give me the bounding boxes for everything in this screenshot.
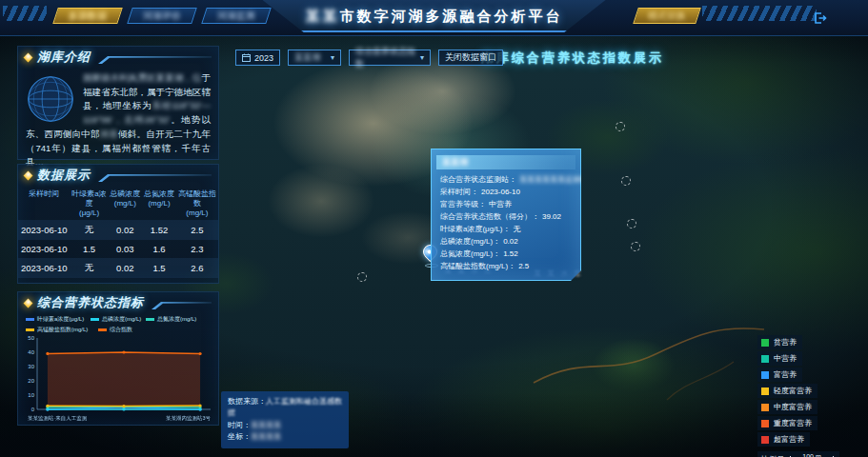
map-dotted-marker[interactable] <box>621 176 631 186</box>
legend-swatch <box>761 387 769 395</box>
header-bar: 某某市数字河湖多源融合分析平台 多源数据河湖评价河湖监测 模式切换 <box>0 0 868 36</box>
legend-item: 贫营养 <box>757 335 802 349</box>
popup-row: 高锰酸盐指数(mg/L)：2.5 <box>432 260 580 272</box>
svg-text:总磷浓度(mg/L): 总磷浓度(mg/L) <box>101 315 141 323</box>
legend-swatch <box>761 339 769 347</box>
map-scale: 比例尺 100 m <box>757 451 839 457</box>
page-title-prefix: 某某 <box>306 8 340 24</box>
table-header: 总磷浓度 (mg/L) <box>108 188 142 220</box>
intro-segment: 国家级水利风景区某某湖，位 <box>83 72 202 83</box>
legend-item: 富营养 <box>757 368 802 382</box>
panel-data-display: 数据展示 采样时间叶绿素a浓度 (μg/L)总磷浓度 (mg/L)总氮浓度 (m… <box>17 164 219 284</box>
close-data-window-button[interactable]: 关闭数据窗口 <box>438 50 503 66</box>
station-info-popup: 某某湖 综合营养状态监测站：某某某某某某监测站采样时间：2023-06-10富营… <box>431 149 581 281</box>
panel-trophic-index-chart: 综合营养状态指标 叶绿素a浓度(μg/L)总磷浓度(mg/L)总氮浓度(mg/L… <box>17 291 219 426</box>
calendar-icon <box>242 53 251 62</box>
map-dotted-marker[interactable] <box>616 122 625 131</box>
header-decor-left <box>3 6 47 21</box>
popup-row: 综合营养状态指数（得分）：39.02 <box>432 210 580 223</box>
legend-item: 中度富营养 <box>757 400 818 414</box>
nav-tabs: 多源数据河湖评价河湖监测 <box>55 8 269 24</box>
legend-swatch <box>761 404 769 411</box>
globe-icon <box>26 74 75 124</box>
year-picker[interactable]: 2023 <box>235 50 280 66</box>
popup-row: 采样时间：2023-06-10 <box>432 186 580 198</box>
svg-text:某某湖内监测站3号: 某某湖内监测站3号 <box>166 415 212 422</box>
map-dotted-marker[interactable] <box>357 272 367 282</box>
indicator-select[interactable]: 综合营养状态指数 ▾ <box>349 50 431 66</box>
table-header: 高锰酸盐指数 (mg/L) <box>176 188 218 220</box>
legend-item: 中营养 <box>757 351 802 366</box>
intro-segment: 河谷 <box>100 129 118 139</box>
header-decor-right <box>702 6 817 21</box>
popup-row: 综合营养状态监测站：某某某某某某监测站 <box>432 173 580 186</box>
title-rule <box>98 174 212 182</box>
legend-swatch <box>761 355 769 363</box>
gem-icon <box>24 52 33 62</box>
svg-text:高锰酸盐指数(mg/L): 高锰酸盐指数(mg/L) <box>37 326 88 333</box>
popup-row: 富营养等级：中营养 <box>432 198 580 210</box>
legend-swatch <box>761 371 769 379</box>
panel-title: 数据展示 <box>37 167 91 184</box>
data-source-box: 数据来源：人工监测和融合遥感数据 时间：某某某某 坐标：某某某某 <box>221 391 349 448</box>
dashboard: 某某市数字河湖多源融合分析平台 多源数据河湖评价河湖监测 模式切换 2023 某… <box>0 0 868 457</box>
legend-item: 轻度富营养 <box>757 384 818 398</box>
nav-tab-3[interactable]: 河湖监测 <box>201 8 272 24</box>
table-row: 2023-06-10无0.021.522.5 <box>18 220 218 240</box>
svg-text:叶绿素a浓度(μg/L): 叶绿素a浓度(μg/L) <box>37 315 84 323</box>
trophic-state-legend: 贫营养中营养富营养轻度富营养中度富营养重度富营养超富营养 比例尺 100 m <box>757 335 839 457</box>
lake-intro-text: 国家级水利风景区某某湖，位于福建省东北部，属于宁德地区辖县，地理坐标为东经118… <box>18 68 218 169</box>
table-header: 采样时间 <box>18 188 71 220</box>
map-overlay-title: 湖库综合营养状态指数展示 <box>481 50 664 67</box>
chevron-down-icon: ▾ <box>420 53 424 62</box>
svg-text:总氮浓度(mg/L): 总氮浓度(mg/L) <box>156 315 196 323</box>
svg-text:40: 40 <box>28 349 34 355</box>
table-header: 叶绿素a浓度 (μg/L) <box>71 188 109 220</box>
mode-switch-button[interactable]: 模式切换 <box>633 8 701 24</box>
map-dotted-marker[interactable] <box>627 219 636 228</box>
svg-text:50: 50 <box>28 335 34 341</box>
logout-icon[interactable] <box>811 10 828 27</box>
panel-trophic-index-chart-header: 综合营养状态指标 <box>18 292 218 313</box>
table-header: 总氮浓度 (mg/L) <box>142 188 176 220</box>
svg-text:某某监测站·来自人工监测: 某某监测站·来自人工监测 <box>28 415 88 422</box>
table-row: 2023-06-10无0.021.52.6 <box>18 258 218 278</box>
year-value: 2023 <box>254 53 273 63</box>
panel-data-display-header: 数据展示 <box>18 165 218 186</box>
svg-text:30: 30 <box>28 364 34 369</box>
page-title: 某某市数字河湖多源融合分析平台 <box>306 8 563 26</box>
title-rule <box>151 302 212 309</box>
nav-tab-2[interactable]: 河湖评价 <box>127 8 197 24</box>
lake-select[interactable]: 某某湖 ▾ <box>288 50 341 66</box>
chevron-down-icon: ▾ <box>331 53 334 62</box>
popup-row: 总氮浓度(mg/L)：1.52 <box>432 248 580 260</box>
popup-row: 叶绿素a浓度(μg/L)：无 <box>432 223 580 235</box>
legend-swatch <box>761 420 769 427</box>
svg-text:10: 10 <box>28 392 34 398</box>
legend-item: 超富营养 <box>757 432 810 447</box>
panel-title: 综合营养状态指标 <box>37 294 144 311</box>
title-rule <box>98 56 212 64</box>
legend-swatch <box>761 436 769 444</box>
popup-title: 某某湖 <box>436 155 575 169</box>
nav-tab-1[interactable]: 多源数据 <box>52 8 123 24</box>
trend-chart: 叶绿素a浓度(μg/L)总磷浓度(mg/L)总氮浓度(mg/L)高锰酸盐指数(m… <box>18 313 218 426</box>
gem-icon <box>24 170 33 180</box>
panel-lake-intro: 湖库介绍 国家级水利风景区某某湖，位于福建省东北部，属于宁德地区辖县，地理坐标为… <box>17 46 219 160</box>
panel-lake-intro-header: 湖库介绍 <box>18 47 218 68</box>
sampling-data-table: 采样时间叶绿素a浓度 (μg/L)总磷浓度 (mg/L)总氮浓度 (mg/L)高… <box>18 188 218 278</box>
map-toolbar: 2023 某某湖 ▾ 综合营养状态指数 ▾ 关闭数据窗口 <box>235 50 503 66</box>
svg-text:20: 20 <box>28 378 34 384</box>
svg-text:0: 0 <box>31 407 35 412</box>
svg-text:综合指数: 综合指数 <box>110 326 132 333</box>
legend-item: 重度富营养 <box>757 416 818 430</box>
panel-title: 湖库介绍 <box>37 49 91 66</box>
table-row: 2023-06-101.50.031.62.3 <box>18 240 218 258</box>
map-dotted-marker[interactable] <box>631 242 640 251</box>
gem-icon <box>24 298 33 308</box>
popup-row: 总磷浓度(mg/L)：0.02 <box>432 235 580 248</box>
